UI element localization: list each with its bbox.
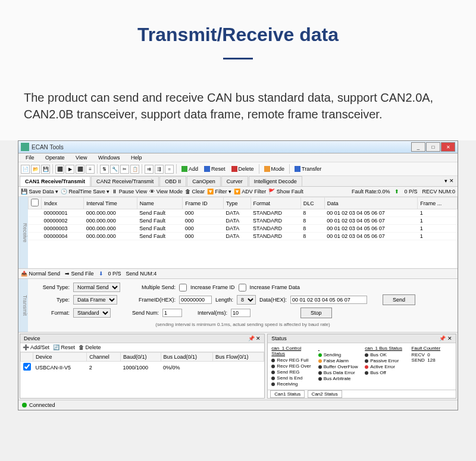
tab-decode[interactable]: Intelligent Decode [249, 176, 302, 186]
data-label: Data(HEX): [259, 297, 287, 303]
filter-button[interactable]: 🔽 Filter ▾ [207, 189, 231, 195]
close-button[interactable]: ✕ [441, 142, 455, 152]
delete-button[interactable]: Delete [229, 165, 256, 173]
format-label: Format: [34, 310, 70, 316]
device-row-checkbox[interactable] [23, 363, 31, 371]
reset-button[interactable]: Reset [202, 165, 228, 173]
cut-icon[interactable]: ✂ [120, 165, 129, 174]
status-panel-pin-icon[interactable]: 📌 ✕ [439, 335, 452, 341]
col-dlc[interactable]: DLC [300, 197, 324, 209]
devcol-device[interactable]: Device [33, 353, 87, 362]
inc-frame-id-label: Increase Frame ID [190, 284, 235, 290]
inc-frame-id-checkbox[interactable] [179, 284, 187, 291]
title-underline [223, 58, 253, 59]
stop-button[interactable]: Stop [300, 308, 332, 318]
recv-num-label: RECV NUM:0 [422, 189, 455, 195]
table-row[interactable]: 00000001000.000.000Send Fault000DATASTAN… [29, 209, 458, 217]
menu-help[interactable]: Help [126, 153, 147, 162]
menu-file[interactable]: File [21, 153, 39, 162]
toolbar-icon[interactable]: ⇅ [100, 165, 109, 174]
main-toolbar: 📄 📂 💾 ⬛ ▶ ⬛ ≡ ⇅ 🔧 ✂ 📋 ⇉ ⇶ = Add Reset De… [18, 162, 458, 176]
connection-status: Connected [29, 402, 55, 408]
receive-grid[interactable]: Index Interval Time Name Frame ID Type F… [28, 197, 458, 268]
device-delete-button[interactable]: 🗑 Delete [79, 344, 101, 350]
col-index[interactable]: Index [42, 197, 84, 209]
toolbar-icon[interactable]: ▶ [65, 165, 74, 174]
col-data[interactable]: Data [324, 197, 417, 209]
frame-id-label: FrameID(HEX): [139, 297, 176, 303]
menu-windows[interactable]: Windows [93, 153, 125, 162]
col-type[interactable]: Type [224, 197, 250, 209]
fault-counter-header: Fault Counter [412, 346, 452, 351]
open-icon[interactable]: 📂 [31, 165, 40, 174]
clear-button[interactable]: 🗑 Clear [185, 189, 205, 195]
save-icon[interactable]: 💾 [41, 165, 50, 174]
adv-filter-button[interactable]: 🔽 ADV Filter [234, 189, 266, 195]
table-row[interactable]: 00000002000.000.000Send Fault000DATASTAN… [29, 217, 458, 225]
send-type-select[interactable]: Normal Send [73, 283, 120, 292]
devcol-channel[interactable]: Channel [87, 353, 121, 362]
tab-can1[interactable]: CAN1 Receive/Transmit [20, 176, 90, 186]
frame-id-input[interactable] [179, 296, 212, 304]
tab-obd[interactable]: OBD II [159, 176, 186, 186]
tabbar: CAN1 Receive/Transmit CAN2 Receive/Trans… [18, 176, 458, 187]
col-frame[interactable]: Frame ... [418, 197, 458, 209]
toolbar-icon[interactable]: ⬛ [55, 165, 64, 174]
toolbar-icon[interactable]: ≡ [86, 165, 95, 174]
mode-button[interactable]: Mode [262, 165, 287, 173]
toolbar-icon[interactable]: ⇉ [145, 165, 154, 174]
toolbar-icon[interactable]: = [165, 165, 174, 174]
status-tab-can2[interactable]: Can2 Status [308, 390, 342, 398]
length-select[interactable]: 8 [237, 295, 256, 305]
select-all-checkbox[interactable] [31, 199, 39, 206]
send-file-button[interactable]: ➡ Send File [65, 271, 94, 277]
device-addset-button[interactable]: ➕ Add/Set [23, 344, 49, 350]
tab-close-icon[interactable]: ▾ ✕ [441, 176, 458, 186]
format-select[interactable]: Standard [73, 308, 111, 318]
col-interval[interactable]: Interval Time [84, 197, 137, 209]
maximize-button[interactable]: □ [426, 142, 440, 152]
interval-input[interactable] [231, 309, 250, 317]
add-button[interactable]: Add [179, 165, 201, 173]
transfer-button[interactable]: Transfer [292, 165, 324, 173]
device-panel-pin-icon[interactable]: 📌 ✕ [248, 335, 261, 341]
col-format[interactable]: Format [250, 197, 300, 209]
type-select[interactable]: Data Frame [73, 295, 117, 305]
sub-toolbar: 💾 Save Data ▾ 🕒 RealTime Save ▾ ⏸ Pause … [18, 187, 458, 197]
new-icon[interactable]: 📄 [21, 165, 30, 174]
table-row[interactable]: 00000004000.000.000Send Fault000DATASTAN… [29, 233, 458, 240]
toolbar-icon[interactable]: 🔧 [110, 165, 119, 174]
menu-operate[interactable]: Operate [40, 153, 70, 162]
toolbar-icon[interactable]: ⬛ [76, 165, 84, 174]
send-num-input[interactable] [162, 309, 182, 317]
status-tab-can1[interactable]: Can1 Status [270, 390, 305, 398]
inc-frame-data-checkbox[interactable] [239, 284, 246, 291]
save-data-button[interactable]: 💾 Save Data ▾ [21, 189, 58, 195]
view-mode-button[interactable]: 👁 View Mode [149, 189, 183, 195]
send-button[interactable]: Send [383, 294, 415, 305]
normal-send-button[interactable]: 📤 Normal Send [21, 271, 60, 277]
interval-label: Interval(ms): [198, 310, 227, 316]
realtime-save-button[interactable]: 🕒 RealTime Save ▾ [61, 189, 109, 195]
devcol-baud[interactable]: Baud(0/1) [121, 353, 161, 362]
toolbar-icon[interactable]: ⇶ [155, 165, 164, 174]
titlebar: ECAN Tools _ □ ✕ [18, 141, 458, 153]
device-reset-button[interactable]: 🔄 Reset [53, 344, 75, 350]
device-panel: Device📌 ✕ ➕ Add/Set 🔄 Reset 🗑 Delete Dev… [20, 334, 265, 399]
col-name[interactable]: Name [137, 197, 182, 209]
toolbar-icon[interactable]: 📋 [130, 165, 139, 174]
show-fault-button[interactable]: 🚩 Show Fault [268, 189, 303, 195]
device-row[interactable]: USBCAN-II-V5 2 1000/1000 0%/0% [21, 362, 264, 374]
devcol-busflow[interactable]: Bus Flow(0/1) [213, 353, 264, 362]
tab-canopen[interactable]: CanOpen [187, 176, 221, 186]
devcol-busload[interactable]: Bus Load(0/1) [161, 353, 213, 362]
page-title: Transmit/Receive data [12, 24, 464, 46]
table-row[interactable]: 00000003000.000.000Send Fault000DATASTAN… [29, 225, 458, 233]
minimize-button[interactable]: _ [411, 142, 425, 152]
menu-view[interactable]: View [71, 153, 92, 162]
col-frameid[interactable]: Frame ID [183, 197, 224, 209]
pause-view-button[interactable]: ⏸ Pause View [112, 189, 147, 195]
tab-can2[interactable]: CAN2 Receive/Transmit [91, 176, 159, 186]
tab-curver[interactable]: Curver [221, 176, 248, 186]
data-input[interactable] [290, 296, 367, 304]
